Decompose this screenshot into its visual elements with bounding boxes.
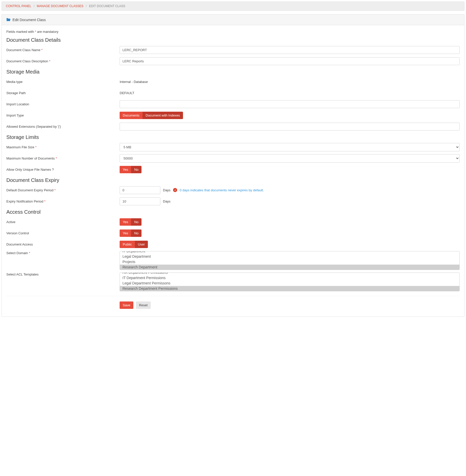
- breadcrumb-sep: /: [86, 4, 87, 8]
- info-icon: i: [173, 188, 177, 192]
- label-select-domain: Select Domain *: [6, 251, 120, 255]
- breadcrumb-manage[interactable]: MANAGE DOCUMENT CLASSES: [37, 4, 83, 8]
- select-domain-list[interactable]: HR Department IT Department Legal Depart…: [120, 251, 460, 270]
- import-type-with-indexes[interactable]: Document with Indexes: [143, 112, 183, 119]
- label-default-expiry: Default Document Expiry Period *: [6, 188, 120, 192]
- media-type-value: Internal - Database: [120, 80, 148, 84]
- storage-path-value: DEFAULT: [120, 91, 134, 95]
- doc-access-user[interactable]: User: [135, 241, 148, 248]
- acl-option-research-dept[interactable]: Research Department Permissions: [120, 286, 459, 291]
- domain-option-it[interactable]: IT Department: [120, 251, 459, 254]
- edit-panel: Edit Document Class Fields marked with *…: [2, 14, 464, 317]
- domain-option-projects[interactable]: Projects: [120, 259, 459, 265]
- version-control-toggle: Yes No: [120, 229, 142, 237]
- section-storage-media: Storage Media: [6, 69, 460, 75]
- domain-option-legal[interactable]: Legal Department: [120, 254, 459, 259]
- class-name-input[interactable]: [120, 46, 460, 54]
- label-unique-names: Allow Only Unique File Names ?: [6, 168, 120, 171]
- label-class-desc: Document Class Description *: [6, 59, 120, 63]
- domain-option-research[interactable]: Research Department: [120, 265, 459, 270]
- unique-names-toggle: Yes No: [120, 166, 142, 173]
- acl-option-legal-dept[interactable]: Legal Department Permissons: [120, 281, 459, 286]
- label-class-name: Document Class Name *: [6, 48, 120, 52]
- import-type-documents[interactable]: Documents: [120, 112, 143, 119]
- acl-option-it-dept[interactable]: IT Department Permissions: [120, 275, 459, 281]
- label-expiry-notify: Expiry Notification Period *: [6, 199, 120, 203]
- label-active: Active: [6, 220, 120, 224]
- label-select-acl: Select ACL Templates: [6, 272, 120, 276]
- breadcrumb-current: EDIT DOCUMENT CLASS: [89, 4, 125, 8]
- divider: [6, 296, 460, 296]
- days-label-2: Days: [163, 199, 171, 203]
- mandatory-hint: Fields marked with * are mandatory: [6, 30, 460, 34]
- save-button[interactable]: Save: [120, 301, 133, 309]
- reset-button[interactable]: Reset: [136, 301, 151, 309]
- max-docs-select[interactable]: 50000: [120, 154, 460, 163]
- version-no[interactable]: No: [131, 229, 142, 237]
- panel-body: Fields marked with * are mandatory Docum…: [2, 25, 464, 316]
- class-desc-input[interactable]: [120, 57, 460, 65]
- active-yes[interactable]: Yes: [120, 218, 131, 226]
- active-no[interactable]: No: [131, 218, 142, 226]
- days-label-1: Days: [163, 188, 171, 192]
- unique-names-no[interactable]: No: [131, 166, 142, 173]
- panel-title: Edit Document Class: [12, 18, 46, 22]
- allowed-ext-input[interactable]: [120, 123, 460, 131]
- label-media-type: Media type: [6, 80, 120, 84]
- label-allowed-ext: Allowed Extensions (Separated by '|'): [6, 125, 120, 128]
- section-expiry: Document Class Expiry: [6, 177, 460, 183]
- label-import-type: Import Type: [6, 113, 120, 117]
- section-access: Access Control: [6, 209, 460, 215]
- panel-header: Edit Document Class: [2, 15, 464, 25]
- expiry-notify-input[interactable]: [120, 197, 160, 205]
- select-acl-list[interactable]: HR Policies Permissions HR Department Pe…: [120, 272, 460, 291]
- doc-access-toggle: Public User: [120, 241, 148, 248]
- acl-option-hr-dept[interactable]: HR Department Permissions: [120, 272, 459, 275]
- breadcrumb-sep: /: [34, 4, 34, 8]
- label-storage-path: Storage Path: [6, 91, 120, 95]
- label-import-location: Import Location: [6, 102, 120, 106]
- label-max-file-size: Maximum File Size *: [6, 145, 120, 149]
- import-location-input[interactable]: [120, 100, 460, 108]
- version-yes[interactable]: Yes: [120, 229, 131, 237]
- section-details: Document Class Details: [6, 37, 460, 43]
- max-file-size-select[interactable]: 5 MB: [120, 143, 460, 151]
- unique-names-yes[interactable]: Yes: [120, 166, 131, 173]
- import-type-toggle: Documents Document with Indexes: [120, 112, 183, 119]
- doc-access-public[interactable]: Public: [120, 241, 135, 248]
- folder-open-icon: [6, 18, 10, 22]
- default-expiry-input[interactable]: [120, 186, 160, 194]
- breadcrumb: CONTROL PANEL / MANAGE DOCUMENT CLASSES …: [2, 2, 464, 11]
- label-max-docs: Maximum Number of Documents *: [6, 156, 120, 160]
- label-doc-access: Document Access: [6, 242, 120, 246]
- active-toggle: Yes No: [120, 218, 142, 226]
- section-storage-limits: Storage Limits: [6, 134, 460, 140]
- label-version-control: Version Control: [6, 231, 120, 235]
- expiry-info-text: 0 days indicates that documents never ex…: [180, 188, 264, 192]
- breadcrumb-control-panel[interactable]: CONTROL PANEL: [6, 4, 31, 8]
